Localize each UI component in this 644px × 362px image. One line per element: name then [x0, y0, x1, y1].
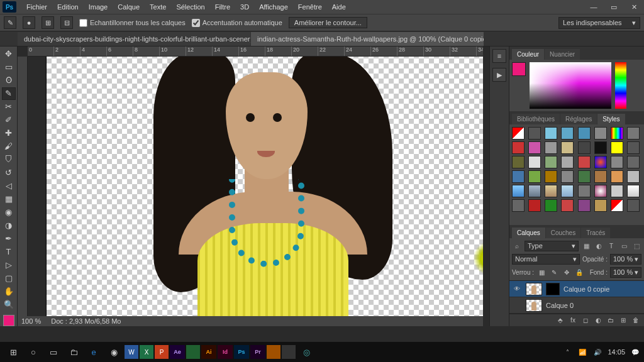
style-swatch[interactable] [512, 156, 525, 168]
tab-channels[interactable]: Couches [546, 228, 580, 238]
indesign-icon[interactable]: Id [218, 345, 233, 359]
style-swatch[interactable] [578, 141, 591, 154]
menu-file[interactable]: Fichier [21, 1, 52, 13]
eyedropper-tool[interactable]: ✐ [2, 114, 16, 126]
chrome-icon[interactable]: ◉ [104, 344, 123, 360]
hue-slider[interactable] [615, 62, 626, 109]
lock-brush-icon[interactable]: ✎ [549, 268, 559, 278]
menu-3d[interactable]: 3D [235, 1, 254, 13]
style-swatch[interactable] [594, 156, 607, 168]
quick-selection-tool[interactable]: ✎ [2, 87, 16, 100]
auto-enhance-checkbox[interactable]: Accentuation automatique [192, 19, 282, 27]
style-swatch[interactable] [545, 156, 557, 168]
powerpoint-icon[interactable]: P [155, 345, 169, 359]
lock-all-icon[interactable]: 🔒 [574, 268, 584, 278]
add-selection-icon[interactable]: ⊞ [42, 16, 54, 29]
tab-adjustments[interactable]: Réglages [560, 114, 597, 124]
layer-row[interactable]: 👁 Calque 0 copie [509, 281, 644, 297]
fill-input[interactable]: 100 %▾ [610, 267, 641, 278]
tray-up-icon[interactable]: ˄ [562, 347, 572, 357]
app-icon[interactable]: ◎ [297, 344, 316, 360]
canvas-viewport[interactable]: ➤ [28, 57, 483, 316]
doc-tab-active[interactable]: indian-actress-Samantha-Ruth-hd-wallpape… [251, 32, 484, 46]
layer-thumb[interactable] [526, 283, 542, 295]
color-field[interactable] [530, 62, 611, 109]
style-swatch[interactable] [578, 199, 591, 212]
app-icon[interactable] [282, 345, 296, 359]
style-swatch[interactable] [627, 156, 640, 168]
illustrator-icon[interactable]: Ai [201, 345, 216, 359]
style-swatch[interactable] [512, 170, 525, 183]
brush-size-icon[interactable]: ● [23, 16, 35, 29]
ruler-vertical[interactable] [18, 57, 28, 316]
menu-window[interactable]: Fenêtre [293, 1, 327, 13]
delete-layer-icon[interactable]: 🗑 [631, 316, 640, 325]
opacity-input[interactable]: 100 %▾ [610, 254, 641, 265]
lasso-tool[interactable]: ʘ [2, 74, 16, 87]
style-swatch[interactable] [594, 185, 607, 197]
layer-style-icon[interactable]: fx [569, 316, 577, 325]
zoom-level[interactable]: 100 % [21, 317, 41, 325]
style-swatch[interactable] [594, 127, 607, 140]
style-swatch[interactable] [545, 170, 557, 183]
start-button[interactable]: ⊞ [4, 344, 23, 360]
filter-smart-icon[interactable]: ⬚ [631, 241, 641, 251]
filter-shape-icon[interactable]: ▭ [619, 241, 629, 251]
visibility-icon[interactable] [512, 300, 522, 310]
menu-text[interactable]: Texte [145, 1, 171, 13]
photoshop-taskbar-icon[interactable]: Ps [234, 345, 249, 359]
style-swatch[interactable] [545, 127, 557, 140]
lock-move-icon[interactable]: ✥ [562, 268, 572, 278]
style-swatch[interactable] [611, 170, 623, 183]
doc-tab-inactive[interactable]: dubai-city-skyscrapers-buildings-night-l… [18, 32, 250, 46]
style-swatch[interactable] [545, 141, 557, 154]
crop-tool[interactable]: ✂ [2, 101, 16, 113]
style-swatch[interactable] [561, 199, 574, 212]
layer-mask[interactable] [546, 283, 560, 295]
style-swatch[interactable] [528, 156, 541, 168]
adjustment-layer-icon[interactable]: ◐ [594, 316, 602, 325]
hand-tool[interactable]: ✋ [2, 285, 16, 297]
style-swatch[interactable] [561, 185, 574, 197]
filter-adjust-icon[interactable]: ◐ [594, 241, 604, 251]
tab-layers[interactable]: Calques [512, 228, 545, 238]
marquee-tool[interactable]: ▭ [2, 61, 16, 74]
history-brush-tool[interactable]: ↺ [2, 167, 16, 179]
style-swatch[interactable] [594, 199, 607, 212]
style-swatch[interactable] [545, 199, 557, 212]
layer-name[interactable]: Calque 0 [546, 302, 574, 309]
app-icon[interactable] [267, 345, 280, 359]
style-swatch[interactable] [611, 156, 623, 168]
sample-all-checkbox[interactable]: Echantillonner tous les calques [79, 19, 186, 27]
style-swatch[interactable] [512, 127, 525, 140]
layer-name[interactable]: Calque 0 copie [564, 285, 609, 293]
type-tool[interactable]: T [2, 245, 16, 258]
tab-paths[interactable]: Tracés [581, 228, 610, 238]
layer-mask-icon[interactable]: ◻ [581, 316, 590, 325]
menu-select[interactable]: Sélection [171, 1, 209, 13]
explorer-icon[interactable]: 🗀 [64, 344, 83, 360]
ruler-horizontal[interactable]: 024681012141618202224262830323436 [28, 47, 483, 57]
dodge-tool[interactable]: ◑ [2, 219, 16, 231]
style-swatch[interactable] [611, 185, 623, 197]
layer-row[interactable]: Calque 0 [509, 297, 644, 314]
move-tool[interactable]: ✥ [2, 48, 16, 60]
style-swatch[interactable] [561, 156, 574, 168]
style-swatch[interactable] [578, 127, 591, 140]
actions-panel-icon[interactable]: ▶ [492, 68, 506, 82]
minimize-button[interactable]: — [584, 0, 604, 14]
blur-tool[interactable]: ◉ [2, 206, 16, 218]
eraser-tool[interactable]: ◁ [2, 180, 16, 192]
close-button[interactable]: ✕ [624, 0, 644, 14]
style-swatch[interactable] [512, 185, 525, 197]
tab-libraries[interactable]: Bibliothèques [512, 114, 560, 124]
style-swatch[interactable] [528, 141, 541, 154]
layer-thumb[interactable] [526, 299, 542, 312]
lock-pixels-icon[interactable]: ▦ [536, 268, 547, 278]
gradient-tool[interactable]: ▦ [2, 192, 16, 205]
path-tool[interactable]: ▷ [2, 258, 16, 271]
style-swatch[interactable] [627, 185, 640, 197]
edge-icon[interactable]: e [84, 344, 103, 360]
tool-preset-icon[interactable]: ✎ [4, 16, 16, 29]
link-layers-icon[interactable]: ⬘ [556, 316, 565, 325]
